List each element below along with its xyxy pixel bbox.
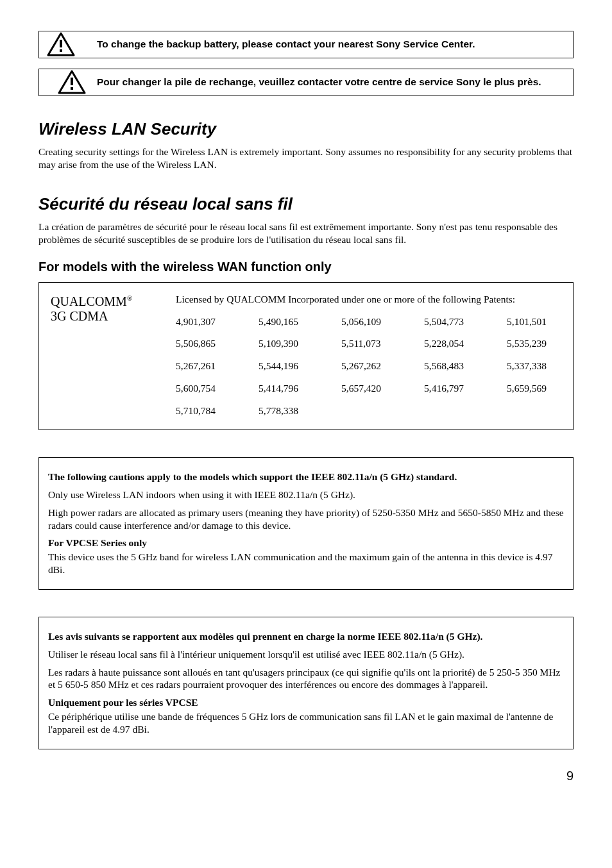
warning-text-en: To change the backup battery, please con… bbox=[97, 31, 573, 58]
patent-number bbox=[424, 405, 479, 418]
patent-box: QUALCOMM® 3G CDMA Licensed by QUALCOMM I… bbox=[38, 282, 574, 431]
brand-subline: 3G CDMA bbox=[51, 309, 163, 324]
heading-wwan: For models with the wireless WAN functio… bbox=[38, 258, 574, 276]
warning-triangle-icon bbox=[47, 32, 75, 56]
warning-icon-cell bbox=[39, 32, 97, 56]
patent-number bbox=[507, 405, 561, 418]
page-number: 9 bbox=[38, 767, 574, 785]
warning-text-fr: Pour changer la pile de rechange, veuill… bbox=[97, 69, 573, 96]
patent-number: 5,490,165 bbox=[259, 315, 313, 329]
brand-name: QUALCOMM bbox=[51, 294, 127, 308]
caution-en-p2: High power radars are allocated as prima… bbox=[48, 506, 564, 532]
warning-box-fr: Pour changer la pile de rechange, veuill… bbox=[38, 69, 574, 96]
heading-wlan-fr: Sécurité du réseau local sans fil bbox=[38, 193, 574, 215]
patent-number: 5,568,483 bbox=[424, 360, 479, 373]
qualcomm-brand: QUALCOMM® 3G CDMA bbox=[51, 293, 163, 419]
patent-number: 5,511,073 bbox=[341, 337, 396, 351]
patent-number: 5,228,054 bbox=[424, 337, 479, 351]
svg-rect-3 bbox=[71, 87, 73, 90]
caution-box-en: The following cautions apply to the mode… bbox=[38, 457, 574, 590]
patent-number: 5,659,569 bbox=[507, 382, 561, 396]
patent-number: 5,056,109 bbox=[341, 315, 396, 329]
patent-number: 5,504,773 bbox=[424, 315, 479, 329]
caution-en-intro: The following cautions apply to the mode… bbox=[48, 471, 457, 482]
caution-fr-sub-text: Ce périphérique utilise une bande de fré… bbox=[48, 710, 564, 736]
patent-number: 5,109,390 bbox=[259, 337, 313, 351]
para-wlan-fr: La création de paramètres de sécurité po… bbox=[38, 221, 574, 246]
caution-en-sub-text: This device uses the 5 GHz band for wire… bbox=[48, 551, 564, 576]
patent-number: 5,337,338 bbox=[507, 360, 561, 373]
caution-en-p1: Only use Wireless LAN indoors when using… bbox=[48, 488, 564, 501]
svg-rect-2 bbox=[71, 78, 73, 85]
caution-en-sub-bold: For VPCSE Series only bbox=[48, 537, 147, 548]
patent-intro: Licensed by QUALCOMM Incorporated under … bbox=[176, 293, 561, 306]
heading-wlan-en: Wireless LAN Security bbox=[38, 118, 574, 140]
svg-rect-1 bbox=[60, 49, 62, 52]
caution-fr-p1: Utiliser le réseau local sans fil à l'in… bbox=[48, 648, 564, 661]
patent-number: 5,544,196 bbox=[259, 360, 313, 373]
caution-fr-p2: Les radars à haute puissance sont alloué… bbox=[48, 666, 564, 692]
registered-mark: ® bbox=[127, 294, 132, 302]
patent-number: 5,600,754 bbox=[176, 382, 230, 396]
patent-number: 5,506,865 bbox=[176, 337, 230, 351]
patent-number: 4,901,307 bbox=[176, 315, 230, 329]
patent-number: 5,101,501 bbox=[507, 315, 561, 329]
warning-triangle-icon bbox=[58, 70, 86, 94]
caution-fr-sub-bold: Uniquement pour les séries VPCSE bbox=[48, 697, 198, 708]
para-wlan-en: Creating security settings for the Wirel… bbox=[38, 146, 574, 171]
patent-number: 5,267,262 bbox=[341, 360, 396, 373]
patent-number: 5,414,796 bbox=[259, 382, 313, 396]
patent-content: Licensed by QUALCOMM Incorporated under … bbox=[176, 293, 561, 419]
patent-number: 5,778,338 bbox=[259, 405, 313, 418]
patent-number bbox=[341, 405, 396, 418]
warning-box-en: To change the backup battery, please con… bbox=[38, 31, 574, 58]
patent-grid: 4,901,3075,490,1655,056,1095,504,7735,10… bbox=[176, 315, 561, 419]
svg-rect-0 bbox=[60, 40, 62, 47]
caution-fr-intro: Les avis suivants se rapportent aux modè… bbox=[48, 631, 482, 642]
caution-box-fr: Les avis suivants se rapportent aux modè… bbox=[38, 617, 574, 749]
patent-number: 5,535,239 bbox=[507, 337, 561, 351]
patent-number: 5,657,420 bbox=[341, 382, 396, 396]
patent-number: 5,267,261 bbox=[176, 360, 230, 373]
warning-icon-cell bbox=[39, 70, 97, 94]
patent-number: 5,710,784 bbox=[176, 405, 230, 418]
patent-number: 5,416,797 bbox=[424, 382, 479, 396]
